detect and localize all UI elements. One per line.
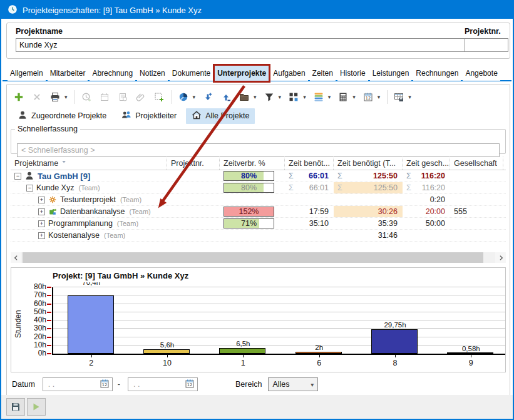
note-icon (116, 90, 130, 104)
table-row-kostenanalyse[interactable]: +Kostenanalyse(Team)31:46 (11, 230, 506, 242)
tab-mitarbeiter[interactable]: Mitarbeiter (48, 66, 88, 81)
play-button[interactable] (27, 398, 46, 416)
zeit-benoetigt-cell: Σ66:01 (285, 182, 334, 193)
table-row-programmplanung[interactable]: +Programmplanung(Team)71%35:1035:3950:00 (11, 218, 506, 230)
expand-icon[interactable]: + (38, 197, 45, 203)
chevron-down-icon[interactable]: ▾ (303, 94, 306, 100)
add-icon[interactable] (12, 90, 26, 104)
project-name: Programmplanung (48, 219, 113, 228)
tab-abrechnung[interactable]: Abrechnung (90, 66, 135, 81)
column-header-projektnr-[interactable]: Projektnr. (167, 156, 220, 170)
expand-icon[interactable]: + (38, 232, 45, 239)
tab-unterprojekte[interactable]: Unterprojekte (215, 66, 269, 81)
import-down-icon[interactable] (201, 90, 215, 104)
chevron-down-icon[interactable]: ▾ (378, 94, 381, 100)
progress-value: 80% (224, 183, 274, 192)
y-axis-tick-label: 80h (23, 282, 46, 291)
expand-icon[interactable]: + (38, 220, 45, 227)
calendar-date-icon[interactable]: 12 (361, 90, 375, 104)
chevron-down-icon: ▾ (311, 381, 314, 388)
project-name: Tau GmbH [9] (38, 172, 90, 181)
grouping-icon[interactable] (287, 90, 301, 104)
plot-area: 70,4h5,6h6,5h2h29,75h0,58h (53, 282, 506, 354)
bereich-select[interactable]: Alles ▾ (268, 377, 318, 391)
projektnr-input[interactable] (465, 38, 508, 52)
chevron-down-icon[interactable]: ▾ (64, 94, 68, 100)
scroll-left-button[interactable] (11, 252, 21, 263)
zeit-benoetigt-team-cell: Σ125:50 (334, 170, 403, 182)
expand-icon[interactable]: + (38, 208, 45, 215)
horizontal-scrollbar[interactable] (11, 252, 506, 263)
project-name: Kunde Xyz (36, 183, 74, 192)
pie-chart-icon[interactable] (177, 90, 190, 104)
color-lines-icon[interactable] (312, 90, 326, 104)
column-header-gesellschaft[interactable]: Gesellschaft (450, 156, 503, 170)
tab-rechnungen[interactable]: Rechnungen (413, 66, 461, 81)
toolbar-separator (75, 90, 75, 104)
projektname-input[interactable] (16, 38, 465, 52)
subprojects-panel: ▾▾▾▾▾▾▾12▾▾ Zugeordnete ProjekteProjektl… (6, 85, 510, 396)
x-axis-category-label: 1 (224, 359, 262, 367)
tab-leistungen[interactable]: Leistungen (370, 66, 412, 81)
new-window-icon[interactable] (152, 90, 166, 104)
scroll-right-button[interactable] (495, 252, 506, 263)
y-axis-tick (47, 345, 51, 346)
view-button-zugeordnete-projekte[interactable]: Zugeordnete Projekte (12, 108, 112, 124)
chart-bar-8 (371, 329, 418, 354)
zeitverbrauch-cell (220, 230, 285, 241)
table-row-testunterprojekt[interactable]: +Testunterprojekt(Team)0:20 (11, 194, 506, 206)
chevron-down-icon[interactable]: ▾ (408, 94, 411, 100)
tab-dokumente[interactable]: Dokumente (170, 66, 213, 81)
table-row-datenbankanalyse[interactable]: +Datenbankanalyse(Team)152%17:5930:2620:… (11, 206, 506, 218)
chevron-down-icon[interactable]: ▾ (193, 94, 196, 100)
x-axis-category-label: 6 (301, 359, 338, 367)
scrollbar-thumb[interactable] (23, 252, 483, 263)
folder-icon[interactable] (237, 90, 251, 104)
tab-aufgaben[interactable]: Aufgaben (270, 66, 307, 81)
chevron-down-icon[interactable]: ▾ (254, 94, 257, 100)
column-header-zeit-benötigt-t-[interactable]: Zeit benötigt (T... (334, 156, 403, 170)
cell-value: 50:00 (426, 219, 445, 228)
calendar-date-icon[interactable]: 12 (185, 379, 195, 391)
chevron-down-icon[interactable]: ▾ (352, 94, 356, 100)
bereich-label: Bereich (235, 380, 262, 389)
column-header-zeit-gesch-[interactable]: Zeit gesch... (403, 156, 450, 170)
tab-historie[interactable]: Historie (337, 66, 368, 81)
collapse-icon[interactable]: − (26, 185, 33, 192)
view-button-alle-projekte[interactable]: Alle Projekte (186, 108, 255, 124)
column-header-zeitverbr-[interactable]: Zeitverbr. % (220, 156, 285, 170)
range-separator: - (118, 380, 120, 389)
save-button[interactable] (6, 398, 25, 416)
progress-value: 152% (224, 207, 274, 216)
date-from-input[interactable]: . . 12 (43, 377, 113, 391)
date-to-input[interactable]: . . 12 (128, 377, 198, 391)
filter-icon[interactable] (262, 90, 276, 104)
column-header-projektname[interactable]: Projektname (11, 156, 167, 170)
project-name: Datenbankanalyse (60, 207, 125, 216)
table-save-icon[interactable] (392, 90, 406, 104)
zeit-geschaetzt-cell: 0:20 (403, 194, 450, 205)
export-up-icon[interactable] (219, 90, 233, 104)
tab-zeiten[interactable]: Zeiten (310, 66, 336, 81)
tab-allgemein[interactable]: Allgemein (8, 66, 46, 81)
zeitverbrauch-cell: 152% (220, 206, 285, 217)
table-row-kunde-xyz[interactable]: −Kunde Xyz(Team)80%Σ66:01Σ125:50Σ116:20 (11, 182, 506, 194)
print-icon[interactable] (48, 90, 62, 104)
collapse-icon[interactable]: − (14, 173, 21, 180)
quick-entry-input[interactable] (17, 143, 500, 157)
cell-value: 20:00 (426, 207, 445, 216)
calendar-date-icon[interactable]: 12 (100, 379, 110, 391)
tab-angebote[interactable]: Angebote (463, 66, 500, 81)
team-label: (Team) (130, 208, 151, 215)
tab-notizen[interactable]: Notizen (137, 66, 168, 81)
column-header-zeit-benöt-[interactable]: Zeit benöt... (285, 156, 334, 170)
view-button-label: Alle Projekte (205, 111, 249, 120)
x-axis-category-label: 8 (376, 359, 414, 367)
table-row-tau-gmbh-9-[interactable]: −Tau GmbH [9]80%Σ66:01Σ125:50Σ116:20 (11, 170, 506, 182)
calculator-icon[interactable] (336, 90, 350, 104)
view-button-projektleiter[interactable]: Projektleiter (116, 108, 182, 124)
zeit-benoetigt-team-cell (334, 194, 403, 205)
chevron-down-icon[interactable]: ▾ (328, 94, 331, 100)
chevron-down-icon[interactable]: ▾ (279, 94, 282, 100)
y-axis-tick-label: 60h (23, 299, 46, 308)
